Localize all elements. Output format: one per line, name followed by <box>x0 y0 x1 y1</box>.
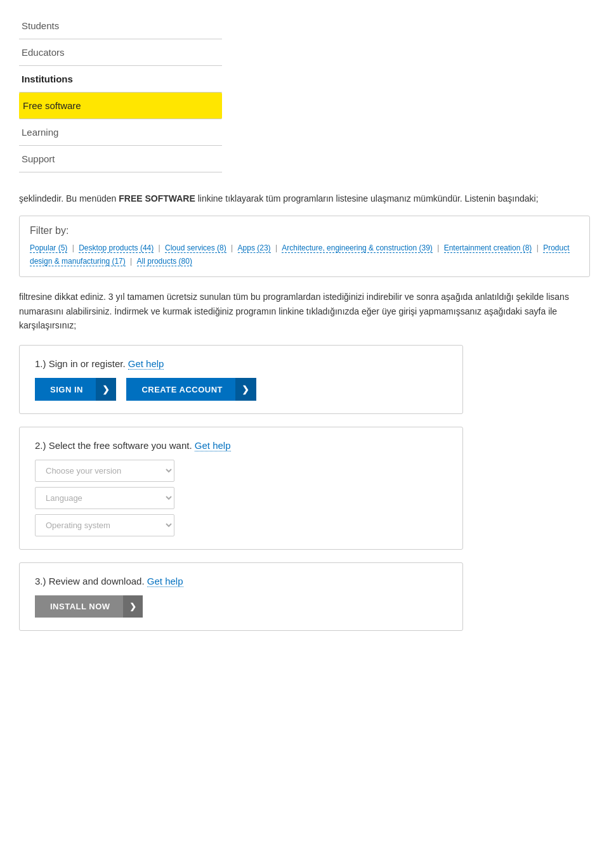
filter-link-0[interactable]: Popular (5) <box>30 243 67 253</box>
dropdown-0-step-2[interactable]: Choose your version <box>35 460 174 482</box>
step-text-1: Sign in or register. <box>49 358 128 369</box>
filter-label: Filter by: <box>30 225 579 236</box>
sidebar-item-learning[interactable]: Learning <box>19 119 222 146</box>
step-text-3: Review and download. <box>49 576 147 586</box>
step-get-help-1[interactable]: Get help <box>128 358 164 370</box>
filter-link-5[interactable]: Entertainment creation (8) <box>444 243 532 253</box>
dropdown-1-step-2[interactable]: Language <box>35 487 174 509</box>
paragraph-1: şeklindedir. Bu menüden FREE SOFTWARE li… <box>19 191 590 205</box>
sidebar-item-institutions[interactable]: Institutions <box>19 66 222 93</box>
step-number-3: 3.) <box>35 576 49 586</box>
filter-box: Filter by: Popular (5) | Desktop product… <box>19 216 590 277</box>
sidebar-item-free-software[interactable]: Free software <box>19 93 222 119</box>
filter-link-3[interactable]: Apps (23) <box>238 243 271 253</box>
sidebar-item-students[interactable]: Students <box>19 13 222 39</box>
step-number-1: 1.) <box>35 358 49 369</box>
step-box-2: 2.) Select the free software you want. G… <box>19 427 463 550</box>
para1-suffix: linkine tıklayarak tüm programların list… <box>195 193 539 204</box>
filter-links: Popular (5) | Desktop products (44) | Cl… <box>30 242 579 268</box>
sidebar-menu: StudentsEducatorsInstitutionsFree softwa… <box>19 13 222 172</box>
filter-link-1[interactable]: Desktop products (44) <box>79 243 154 253</box>
btn-sign-in-1[interactable]: SIGN IN❯ <box>35 378 116 401</box>
step-title-2: 2.) Select the free software you want. G… <box>35 440 447 451</box>
steps-container: 1.) Sign in or register. Get helpSIGN IN… <box>19 345 590 631</box>
btn-row-3: INSTALL NOW❯ <box>35 595 447 618</box>
filter-link-2[interactable]: Cloud services (8) <box>165 243 226 253</box>
step-get-help-2[interactable]: Get help <box>195 440 231 451</box>
btn-install-now-3[interactable]: INSTALL NOW❯ <box>35 595 143 618</box>
para1-highlight: FREE SOFTWARE <box>119 193 195 204</box>
para1-prefix: şeklindedir. Bu menüden <box>19 193 119 204</box>
step-title-1: 1.) Sign in or register. Get help <box>35 358 447 369</box>
filter-link-7[interactable]: All products (80) <box>137 257 192 266</box>
sidebar-item-support[interactable]: Support <box>19 146 222 172</box>
btn-row-1: SIGN IN❯CREATE ACCOUNT❯ <box>35 378 447 401</box>
step-title-3: 3.) Review and download. Get help <box>35 576 447 586</box>
step-text-2: Select the free software you want. <box>49 440 195 451</box>
btn-create-account-1[interactable]: CREATE ACCOUNT❯ <box>126 378 256 401</box>
step-box-1: 1.) Sign in or register. Get helpSIGN IN… <box>19 345 463 414</box>
step-get-help-3[interactable]: Get help <box>147 576 183 587</box>
step-box-3: 3.) Review and download. Get helpINSTALL… <box>19 562 463 631</box>
paragraph-2: filtresine dikkat ediniz. 3 yıl tamamen … <box>19 290 590 332</box>
dropdown-2-step-2[interactable]: Operating system <box>35 514 174 536</box>
step-number-2: 2.) <box>35 440 49 451</box>
sidebar-item-educators[interactable]: Educators <box>19 39 222 66</box>
dropdown-group-2: Choose your versionLanguageOperating sys… <box>35 460 447 536</box>
filter-link-4[interactable]: Architecture, engineering & construction… <box>282 243 432 253</box>
